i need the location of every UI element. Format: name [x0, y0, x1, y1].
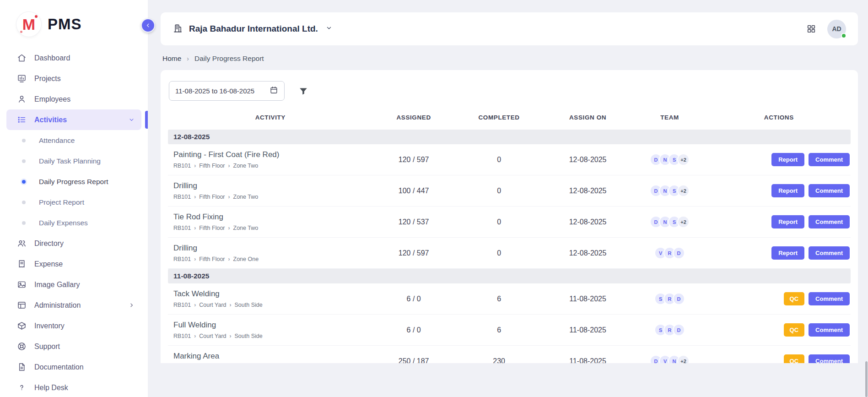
- col-team: TEAM: [632, 106, 707, 130]
- assign-on-value: 11-08-2025: [544, 283, 632, 315]
- activity-name: Marking Area: [173, 352, 369, 361]
- sidebar-item-directory[interactable]: Directory: [6, 233, 141, 254]
- date-range-input[interactable]: [175, 87, 265, 95]
- sidebar-item-activities[interactable]: Activities: [6, 109, 141, 130]
- chevron-down-icon: [325, 24, 333, 32]
- col-actions: ACTIONS: [707, 106, 851, 130]
- sidebar-subitem-label: Daily Expenses: [39, 219, 88, 227]
- image-icon: [17, 280, 27, 289]
- assigned-value: 120 / 597: [373, 238, 455, 269]
- chevron-right-icon: ›: [228, 256, 230, 262]
- sidebar-item-support[interactable]: Support: [6, 336, 141, 357]
- report-card: ACTIVITY ASSIGNED COMPLETED ASSIGN ON TE…: [161, 70, 858, 363]
- chevron-right-icon: ›: [194, 225, 196, 231]
- team-extra-badge[interactable]: +2: [677, 153, 690, 166]
- comment-button[interactable]: Comment: [809, 184, 850, 197]
- comment-button[interactable]: Comment: [809, 292, 850, 305]
- sidebar-submenu: AttendanceDaily Task PlanningDaily Progr…: [0, 130, 148, 233]
- assigned-value: 6 / 0: [373, 315, 455, 346]
- sidebar-item-dashboard[interactable]: Dashboard: [6, 48, 141, 68]
- company-selector[interactable]: Raja Bahadur International Ltd.: [173, 23, 333, 35]
- app-logo[interactable]: M PMS: [0, 12, 148, 37]
- support-icon: [17, 342, 27, 351]
- assign-on-value: 11-08-2025: [544, 315, 632, 346]
- chevron-right-icon: ›: [228, 225, 230, 231]
- report-button[interactable]: Report: [771, 246, 804, 260]
- path-segment: Fifth Floor: [199, 163, 225, 169]
- bullet-dot-icon: [22, 139, 26, 142]
- sidebar-subitem-daily-expenses[interactable]: Daily Expenses: [0, 212, 148, 233]
- sidebar-item-label: Activities: [34, 116, 67, 124]
- sidebar-item-help-desk[interactable]: Help Desk: [6, 377, 141, 397]
- sidebar-subitem-daily-progress-report[interactable]: Daily Progress Report: [0, 171, 148, 192]
- sidebar-collapse-button[interactable]: [141, 18, 155, 33]
- sidebar-item-label: Projects: [34, 75, 61, 83]
- team-extra-badge[interactable]: +2: [677, 355, 690, 363]
- report-button[interactable]: Report: [771, 215, 804, 228]
- avatar-initials: AD: [832, 25, 841, 33]
- bullet-dot-icon: [22, 159, 26, 163]
- path-segment: RB101: [173, 163, 191, 169]
- team-extra-badge[interactable]: +2: [677, 216, 690, 228]
- sidebar-item-image-gallary[interactable]: Image Gallary: [6, 274, 141, 295]
- path-segment: Zone Two: [233, 225, 259, 231]
- sidebar-subitem-daily-task-planning[interactable]: Daily Task Planning: [0, 151, 148, 171]
- progress-table: ACTIVITY ASSIGNED COMPLETED ASSIGN ON TE…: [168, 106, 851, 363]
- qc-button[interactable]: QC: [784, 292, 805, 305]
- receipt-icon: [17, 259, 27, 269]
- sidebar-item-expense[interactable]: Expense: [6, 254, 141, 274]
- qc-button[interactable]: QC: [784, 354, 805, 363]
- chevron-right-icon: ›: [228, 194, 230, 200]
- apps-grid-button[interactable]: [806, 24, 816, 34]
- sidebar-item-label: Documentation: [34, 363, 84, 371]
- assign-on-value: 12-08-2025: [544, 238, 632, 269]
- completed-value: 6: [455, 283, 544, 315]
- col-assign-on: ASSIGN ON: [544, 106, 632, 130]
- team-avatars: DVN+2: [650, 355, 690, 363]
- comment-button[interactable]: Comment: [809, 215, 850, 228]
- sidebar-item-label: Dashboard: [34, 54, 70, 62]
- sidebar-item-label: Help Desk: [34, 384, 68, 392]
- user-avatar[interactable]: AD: [827, 20, 846, 38]
- bullet-dot-icon: [22, 201, 26, 204]
- company-name: Raja Bahadur International Ltd.: [189, 24, 318, 34]
- bullet-dot-icon: [22, 180, 26, 184]
- comment-button[interactable]: Comment: [809, 323, 850, 337]
- report-button[interactable]: Report: [771, 184, 804, 197]
- team-extra-badge[interactable]: +2: [677, 185, 690, 197]
- person-icon: [17, 94, 27, 104]
- sidebar-subitem-project-report[interactable]: Project Report: [0, 192, 148, 212]
- assigned-value: 120 / 597: [373, 144, 455, 175]
- activity-row: Tack WeldingRB101›Court Yard›South Side6…: [168, 283, 851, 315]
- table-header-row: ACTIVITY ASSIGNED COMPLETED ASSIGN ON TE…: [168, 106, 851, 130]
- filter-funnel-button[interactable]: [298, 86, 308, 96]
- sidebar-item-projects[interactable]: Projects: [6, 68, 141, 89]
- breadcrumb-home[interactable]: Home: [162, 54, 181, 63]
- team-avatar[interactable]: D: [673, 293, 685, 305]
- path-segment: RB101: [173, 302, 191, 308]
- qc-button[interactable]: QC: [784, 323, 805, 337]
- team-avatar[interactable]: D: [673, 247, 685, 259]
- assign-on-value: 11-08-2025: [544, 346, 632, 364]
- completed-value: 0: [455, 144, 544, 175]
- sidebar-item-documentation[interactable]: Documentation: [6, 357, 141, 377]
- activity-location-path: RB101›Court Yard›South Side: [173, 302, 369, 308]
- sidebar: M PMS DashboardProjectsEmployeesActiviti…: [0, 0, 148, 397]
- chevron-right-icon: [128, 302, 135, 309]
- activity-location-path: RB101›Fifth Floor›Zone Two: [173, 163, 369, 169]
- comment-button[interactable]: Comment: [809, 246, 850, 260]
- report-button[interactable]: Report: [771, 153, 804, 166]
- team-avatar[interactable]: D: [673, 324, 685, 336]
- date-range-picker[interactable]: [169, 81, 285, 101]
- sidebar-item-inventory[interactable]: Inventory: [6, 315, 141, 336]
- sidebar-subitem-attendance[interactable]: Attendance: [0, 130, 148, 151]
- vertical-scrollbar[interactable]: [865, 361, 868, 397]
- sidebar-item-administration[interactable]: Administration: [6, 295, 141, 315]
- group-date-label: 12-08-2025: [168, 130, 851, 144]
- comment-button[interactable]: Comment: [809, 354, 850, 363]
- completed-value: 0: [455, 207, 544, 238]
- comment-button[interactable]: Comment: [809, 153, 850, 166]
- sidebar-item-employees[interactable]: Employees: [6, 89, 141, 109]
- col-activity: ACTIVITY: [168, 106, 373, 130]
- sidebar-nav: DashboardProjectsEmployeesActivitiesAtte…: [0, 48, 148, 397]
